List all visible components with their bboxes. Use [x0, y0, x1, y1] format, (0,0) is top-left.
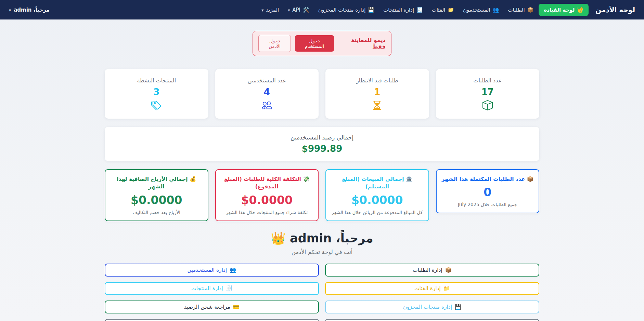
net-profit-card: 💰 إجمالي الأرباح الصافية لهذا الشهر $0.0…: [105, 169, 208, 221]
tools-icon: 🛠️: [303, 7, 309, 13]
tags-icon: [151, 100, 162, 110]
nav-item-stock-products[interactable]: 💾 إدارة منتجات المخزون: [314, 4, 378, 16]
card-title-text: التكلفة الكلية للطلبات (المبلغ المدفوع): [224, 176, 301, 190]
nav-item-label: لوحة القيادة: [544, 7, 575, 13]
manage-currencies-button[interactable]: 💱 إدارة العملات: [325, 319, 539, 321]
nav-item-more-dropdown[interactable]: المزيد: [258, 4, 283, 16]
card-subtitle: كل المبالغ المدفوعة من الزبائن خلال هذا …: [331, 210, 424, 215]
nav-item-label: الطلبات: [508, 7, 525, 13]
card-title: 💰 إجمالي الأرباح الصافية لهذا الشهر: [110, 175, 203, 191]
demo-alert: ديمو للمعاينة فقط دخول المستخدم دخول الأ…: [253, 31, 391, 56]
nav-item-orders[interactable]: 📦 الطلبات: [504, 4, 537, 16]
total-user-balance-card: إجمالي رصيد المستخدمين $999.89: [105, 127, 539, 161]
card-subtitle: الأرباح بعد خصم التكاليف: [110, 210, 203, 215]
nav-item-api-dropdown[interactable]: 🛠️ API: [284, 4, 313, 16]
manage-orders-button[interactable]: 📦 إدارة الطلبات: [325, 264, 539, 277]
money-wings-icon: 💸: [303, 176, 309, 182]
nav-item-label: إدارة منتجات المخزون: [318, 7, 366, 13]
total-cost-card: 💸 التكلفة الكلية للطلبات (المبلغ المدفوع…: [215, 169, 319, 221]
package-icon: 📦: [527, 176, 533, 182]
manage-users-button[interactable]: 👥 إدارة المستخدمين: [105, 264, 319, 277]
floppy-disk-icon: 💾: [455, 304, 461, 310]
stat-title: طلبات قيد الانتظار: [356, 77, 398, 84]
nav-item-dashboard[interactable]: 👑 لوحة القيادة: [539, 4, 589, 16]
balance-title: إجمالي رصيد المستخدمين: [291, 134, 353, 141]
nav-item-label: المزيد: [266, 7, 279, 13]
hourglass-icon: [372, 100, 382, 110]
user-menu-dropdown[interactable]: مرحباً، admin: [9, 7, 50, 13]
card-title-text: إجمالي المبيعات (المبلغ المستلم): [342, 176, 404, 190]
set-profit-margin-button[interactable]: تحديد نسبة الربح ⏳: [105, 319, 319, 321]
card-value: 0: [441, 186, 534, 199]
card-subtitle: جميع الطلبات خلال July 2025: [441, 202, 534, 207]
admin-login-button[interactable]: دخول الأدمن: [258, 35, 291, 52]
manage-products-button[interactable]: 🧾 إدارة المنتجات: [105, 282, 319, 295]
actions-grid: 📦 إدارة الطلبات 👥 إدارة المستخدمين 📁 إدا…: [105, 264, 539, 321]
review-balance-topup-button[interactable]: 💳 مراجعة شحن الرصيد: [105, 300, 319, 313]
card-subtitle: تكلفة شراء جميع المنتجات خلال هذا الشهر: [221, 210, 313, 215]
welcome-title: مرحباً، admin 👑: [105, 231, 539, 245]
users-icon: 👥: [230, 267, 236, 273]
demo-alert-text: ديمو للمعاينة فقط: [338, 37, 386, 50]
brand-title[interactable]: لوحة الأدمن: [595, 6, 635, 14]
stats-row: عدد الطلبات 17 طلبات قيد الانتظار 1 عدد …: [105, 69, 539, 119]
stat-value: 3: [153, 87, 159, 97]
welcome-subtitle: أنت في لوحة تحكم الأدمن: [105, 249, 539, 255]
monthly-metrics-row: 📦 عدد الطلبات المكتملة هذا الشهر 0 جميع …: [105, 169, 539, 221]
money-bag-icon: 💰: [190, 176, 196, 182]
nav-item-label: API: [292, 7, 300, 13]
floppy-disk-icon: 💾: [368, 7, 374, 13]
box-icon: [482, 100, 493, 110]
stat-value: 17: [481, 87, 494, 97]
stat-card-orders-count: عدد الطلبات 17: [436, 69, 540, 119]
card-value: $0.0000: [221, 193, 313, 207]
folder-icon: 📁: [443, 285, 450, 292]
nav-item-label: الفئات: [432, 7, 446, 13]
folder-icon: 📁: [448, 7, 454, 13]
welcome-title-text: مرحباً، admin: [290, 231, 373, 245]
chevron-down-icon: [9, 7, 11, 13]
chevron-down-icon: [261, 7, 263, 13]
action-label: مراجعة شحن الرصيد: [184, 304, 230, 310]
stat-card-users-count: عدد المستخدمين 4: [215, 69, 319, 119]
bank-icon: 🏦: [406, 176, 412, 182]
action-label: إدارة الفئات: [414, 285, 441, 292]
stat-title: عدد الطلبات: [473, 77, 502, 84]
nav-items: 👑 لوحة القيادة 📦 الطلبات 👥 المستخدمون 📁 …: [258, 4, 589, 16]
top-navbar: لوحة الأدمن 👑 لوحة القيادة 📦 الطلبات 👥 ا…: [0, 0, 644, 19]
action-label: إدارة المنتجات: [191, 285, 223, 292]
card-value: $0.0000: [331, 193, 424, 207]
stat-card-active-products: المنتجات النشطة 3: [105, 69, 208, 119]
credit-card-icon: 💳: [233, 304, 240, 310]
manage-categories-button[interactable]: 📁 إدارة الفئات: [325, 282, 539, 295]
nav-item-users[interactable]: 👥 المستخدمون: [459, 4, 503, 16]
card-title: 🏦 إجمالي المبيعات (المبلغ المستلم): [331, 175, 424, 191]
nav-item-label: المستخدمون: [463, 7, 490, 13]
completed-orders-month-card: 📦 عدد الطلبات المكتملة هذا الشهر 0 جميع …: [436, 169, 540, 213]
package-icon: 📦: [445, 267, 452, 273]
action-label: إدارة الطلبات: [413, 267, 442, 273]
nav-item-label: إدارة المنتجات: [383, 7, 414, 13]
card-title: 📦 عدد الطلبات المكتملة هذا الشهر: [441, 175, 534, 183]
user-login-button[interactable]: دخول المستخدم: [295, 35, 334, 52]
nav-item-products[interactable]: 🧾 إدارة المنتجات: [379, 4, 426, 16]
package-icon: 📦: [527, 7, 534, 13]
stat-title: عدد المستخدمين: [248, 77, 286, 84]
receipt-icon: 🧾: [226, 285, 232, 292]
card-title-text: عدد الطلبات المكتملة هذا الشهر: [441, 176, 525, 182]
nav-item-categories[interactable]: 📁 الفئات: [428, 4, 458, 16]
card-value: $0.0000: [110, 193, 203, 207]
manage-stock-products-button[interactable]: 💾 إدارة منتجات المخزون: [325, 300, 539, 313]
people-icon: [262, 100, 272, 110]
user-menu-label: مرحباً، admin: [14, 7, 49, 13]
card-title: 💸 التكلفة الكلية للطلبات (المبلغ المدفوع…: [221, 175, 313, 191]
action-label: إدارة منتجات المخزون: [403, 304, 452, 310]
stat-value: 4: [264, 87, 270, 97]
action-label: إدارة المستخدمين: [188, 267, 227, 273]
crown-icon: 👑: [271, 231, 286, 245]
chevron-down-icon: [288, 7, 290, 13]
card-title-text: إجمالي الأرباح الصافية لهذا الشهر: [117, 176, 188, 190]
stat-value: 1: [374, 87, 380, 97]
balance-value: $999.89: [302, 144, 342, 154]
total-sales-card: 🏦 إجمالي المبيعات (المبلغ المستلم) $0.00…: [325, 169, 429, 221]
